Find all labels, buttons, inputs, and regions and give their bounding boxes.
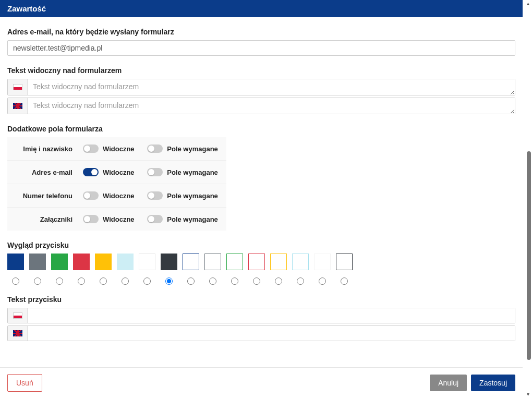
above-text-input-pl[interactable] xyxy=(28,79,515,95)
button-text-input-pl[interactable] xyxy=(28,308,515,323)
scrollbar[interactable]: ▴ ▾ xyxy=(523,0,532,398)
visible-toggle-label: Widoczne xyxy=(103,168,135,176)
email-label: Adres e-mail, na który będzie wysłany fo… xyxy=(7,28,515,36)
extra-fields-label: Dodatkowe pola formularza xyxy=(7,125,515,133)
button-style-label: Wygląd przycisku xyxy=(7,241,515,249)
fields-row: Imię i nazwiskoWidocznePole wymagane xyxy=(7,137,226,161)
button-style-section: Wygląd przycisku xyxy=(7,241,515,285)
color-swatch[interactable] xyxy=(204,254,221,270)
extra-fields-section: Dodatkowe pola formularza Imię i nazwisk… xyxy=(7,125,515,231)
required-toggle[interactable] xyxy=(147,168,163,176)
flag-pl-icon xyxy=(8,79,28,95)
modal-header: Zawartość xyxy=(0,0,523,17)
color-swatch[interactable] xyxy=(51,254,68,270)
color-radio[interactable] xyxy=(122,278,129,285)
flag-en-icon xyxy=(8,326,28,341)
fields-row: Numer telefonuWidocznePole wymagane xyxy=(7,184,226,208)
button-text-input-en[interactable] xyxy=(28,326,515,341)
color-swatch[interactable] xyxy=(117,254,134,270)
color-swatch[interactable] xyxy=(270,254,287,270)
color-swatch[interactable] xyxy=(292,254,309,270)
field-name-label: Imię i nazwisko xyxy=(7,137,78,161)
button-text-section: Tekst przycisku xyxy=(7,295,515,341)
color-swatch[interactable] xyxy=(183,254,199,270)
color-swatch[interactable] xyxy=(226,254,243,270)
color-swatch[interactable] xyxy=(95,254,112,270)
color-radio[interactable] xyxy=(165,278,173,285)
color-swatch[interactable] xyxy=(248,254,265,270)
modal-footer: Usuń Anuluj Zastosuj xyxy=(0,367,523,398)
color-radio[interactable] xyxy=(78,278,85,285)
modal-title: Zawartość xyxy=(7,4,46,13)
fields-row: ZałącznikiWidocznePole wymagane xyxy=(7,208,226,231)
color-radio[interactable] xyxy=(319,278,326,285)
color-radio[interactable] xyxy=(34,278,41,285)
above-text-section: Tekst widoczny nad formularzem xyxy=(7,66,515,114)
field-name-label: Numer telefonu xyxy=(7,184,78,208)
color-swatch[interactable] xyxy=(73,254,90,270)
scrollbar-down-icon[interactable]: ▾ xyxy=(525,392,530,397)
visible-toggle-label: Widoczne xyxy=(103,192,135,200)
color-swatch[interactable] xyxy=(29,254,46,270)
color-radio[interactable] xyxy=(100,278,107,285)
field-name-label: Adres e-mail xyxy=(7,161,78,184)
button-text-row-en xyxy=(7,325,515,341)
above-text-row-pl xyxy=(7,79,515,95)
above-text-row-en xyxy=(7,98,515,114)
required-toggle[interactable] xyxy=(147,215,163,223)
cancel-button[interactable]: Anuluj xyxy=(430,375,467,391)
field-name-label: Załączniki xyxy=(7,208,78,231)
fields-row: Adres e-mailWidocznePole wymagane xyxy=(7,161,226,184)
visible-toggle[interactable] xyxy=(83,144,99,153)
color-swatch[interactable] xyxy=(336,254,353,270)
footer-right: Anuluj Zastosuj xyxy=(430,375,515,391)
swatch-radio-row xyxy=(7,278,515,285)
color-radio[interactable] xyxy=(56,278,63,285)
scrollbar-thumb[interactable] xyxy=(527,151,531,360)
color-radio[interactable] xyxy=(341,278,348,285)
color-radio[interactable] xyxy=(275,278,282,285)
above-text-input-en[interactable] xyxy=(28,98,515,114)
swatch-row xyxy=(7,254,515,270)
required-toggle-label: Pole wymagane xyxy=(167,192,218,200)
flag-en-icon xyxy=(8,98,28,114)
settings-modal: Zawartość Adres e-mail, na który będzie … xyxy=(0,0,523,398)
required-toggle-label: Pole wymagane xyxy=(167,168,218,176)
visible-toggle[interactable] xyxy=(83,191,99,200)
color-radio[interactable] xyxy=(297,278,304,285)
color-radio[interactable] xyxy=(143,278,151,285)
visible-toggle-label: Widoczne xyxy=(103,215,135,223)
required-toggle[interactable] xyxy=(147,191,163,200)
above-text-label: Tekst widoczny nad formularzem xyxy=(7,66,515,75)
visible-toggle[interactable] xyxy=(83,168,99,176)
modal-content: Adres e-mail, na który będzie wysłany fo… xyxy=(0,17,523,367)
apply-button[interactable]: Zastosuj xyxy=(471,375,515,391)
button-text-label: Tekst przycisku xyxy=(7,295,515,304)
button-text-row-pl xyxy=(7,308,515,323)
extra-fields-table: Imię i nazwiskoWidocznePole wymaganeAdre… xyxy=(7,137,226,231)
required-toggle-label: Pole wymagane xyxy=(167,215,218,223)
visible-toggle[interactable] xyxy=(83,215,99,223)
email-input[interactable] xyxy=(7,40,515,56)
color-radio[interactable] xyxy=(253,278,260,285)
color-radio[interactable] xyxy=(209,278,216,285)
color-radio[interactable] xyxy=(187,278,195,285)
color-swatch[interactable] xyxy=(7,254,24,270)
scrollbar-up-icon[interactable]: ▴ xyxy=(525,1,530,6)
email-section: Adres e-mail, na który będzie wysłany fo… xyxy=(7,28,515,56)
delete-button[interactable]: Usuń xyxy=(7,374,42,392)
color-radio[interactable] xyxy=(231,278,238,285)
color-swatch[interactable] xyxy=(314,254,331,270)
flag-pl-icon xyxy=(8,308,28,323)
visible-toggle-label: Widoczne xyxy=(103,145,135,153)
required-toggle-label: Pole wymagane xyxy=(167,145,218,153)
color-swatch[interactable] xyxy=(161,254,177,270)
color-swatch[interactable] xyxy=(139,254,155,270)
color-radio[interactable] xyxy=(12,278,19,285)
required-toggle[interactable] xyxy=(147,144,163,153)
